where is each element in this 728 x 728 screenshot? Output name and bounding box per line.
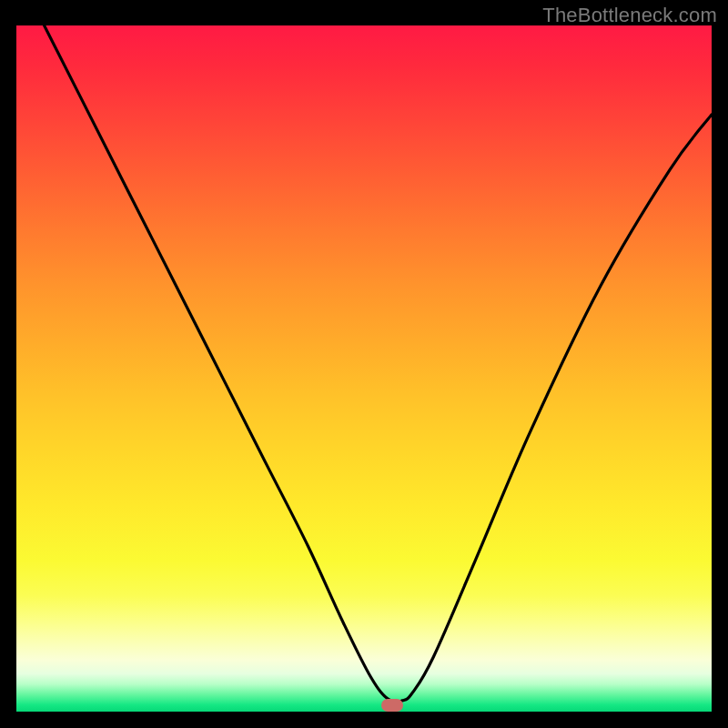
optimal-marker <box>381 699 403 712</box>
plot-area <box>16 25 712 712</box>
chart-stage: TheBottleneck.com <box>0 0 728 728</box>
watermark-text: TheBottleneck.com <box>542 4 717 27</box>
bottleneck-curve <box>16 25 712 712</box>
